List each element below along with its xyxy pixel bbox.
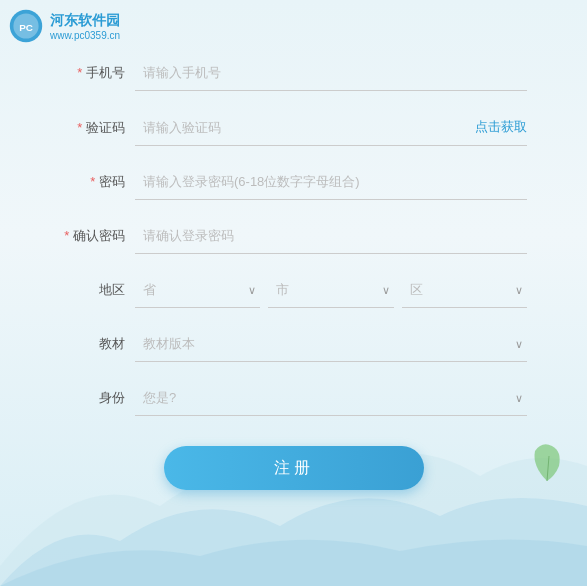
confirm-password-input[interactable] (135, 218, 527, 254)
required-star-pwd: * (90, 174, 99, 189)
region-row: 地区 省 ∨ 市 ∨ 区 ∨ (60, 272, 527, 308)
textbook-row: 教材 教材版本 ∨ (60, 326, 527, 362)
identity-wrapper: 您是? ∨ (135, 380, 527, 416)
phone-row: * 手机号 (60, 55, 527, 91)
required-star-confirm: * (64, 228, 73, 243)
textbook-wrapper: 教材版本 ∨ (135, 326, 527, 362)
password-row: * 密码 (60, 164, 527, 200)
password-input[interactable] (135, 164, 527, 200)
code-input-wrapper: 点击获取 (135, 109, 527, 146)
code-input[interactable] (135, 109, 527, 145)
phone-label: * 手机号 (60, 64, 135, 82)
confirm-password-row: * 确认密码 (60, 218, 527, 254)
district-select[interactable]: 区 (402, 272, 527, 308)
city-wrapper: 市 ∨ (268, 272, 393, 308)
identity-label: 身份 (60, 389, 135, 407)
identity-row: 身份 您是? ∨ (60, 380, 527, 416)
required-star-code: * (77, 120, 86, 135)
textbook-label: 教材 (60, 335, 135, 353)
identity-select[interactable]: 您是? (135, 380, 527, 416)
province-select[interactable]: 省 (135, 272, 260, 308)
code-row: * 验证码 点击获取 (60, 109, 527, 146)
city-select[interactable]: 市 (268, 272, 393, 308)
code-label: * 验证码 (60, 119, 135, 137)
register-button[interactable]: 注册 (164, 446, 424, 490)
phone-input[interactable] (135, 55, 527, 91)
region-selects: 省 ∨ 市 ∨ 区 ∨ (135, 272, 527, 308)
district-wrapper: 区 ∨ (402, 272, 527, 308)
password-label: * 密码 (60, 173, 135, 191)
registration-form: * 手机号 * 验证码 点击获取 * 密码 * 确认密码 地区 省 (0, 0, 587, 510)
textbook-select[interactable]: 教材版本 (135, 326, 527, 362)
get-code-button[interactable]: 点击获取 (475, 118, 527, 136)
region-label: 地区 (60, 281, 135, 299)
province-wrapper: 省 ∨ (135, 272, 260, 308)
confirm-label: * 确认密码 (60, 227, 135, 245)
required-star: * (77, 65, 86, 80)
